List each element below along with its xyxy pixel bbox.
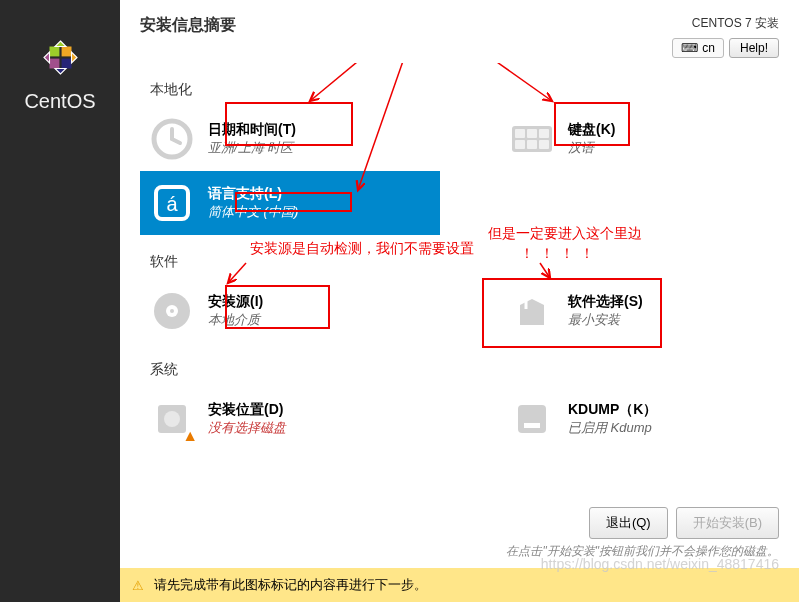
warning-icon: ▲ [182,427,198,445]
spoke-subtitle: 已启用 Kdump [568,419,657,437]
svg-rect-3 [61,59,71,69]
quit-button[interactable]: 退出(Q) [589,507,668,539]
begin-install-button[interactable]: 开始安装(B) [676,507,779,539]
input-method-label: cn [702,41,715,55]
spoke-title: 键盘(K) [568,121,615,139]
spoke-destination[interactable]: ▲ 安装位置(D) 没有选择磁盘 [140,387,440,451]
content-area: 本地化 日期和时间(T) 亚洲/上海 时区 键盘(K) 汉语 [120,63,799,507]
disc-icon [148,287,196,335]
keyboard-icon [508,115,556,163]
section-software: 软件 [150,253,779,271]
spoke-title: 安装位置(D) [208,401,286,419]
spoke-keyboard[interactable]: 键盘(K) 汉语 [500,107,799,171]
spoke-datetime[interactable]: 日期和时间(T) 亚洲/上海 时区 [140,107,440,171]
main-area: 安装信息摘要 CENTOS 7 安装 ⌨ cn Help! 本地化 日期和时间(… [120,0,799,602]
spoke-subtitle: 简体中文 (中国) [208,203,298,221]
sidebar: CentOS [0,0,120,602]
spoke-title: 语言支持(L) [208,185,298,203]
warning-text: 请先完成带有此图标标记的内容再进行下一步。 [154,576,427,594]
spoke-title: KDUMP（K） [568,401,657,419]
clock-icon [148,115,196,163]
spoke-software[interactable]: 软件选择(S) 最小安装 [500,279,799,343]
language-icon: á [148,179,196,227]
product-label: CENTOS 7 安装 [692,15,779,32]
warning-icon: ⚠ [132,578,144,593]
svg-rect-0 [49,47,59,57]
spoke-subtitle: 最小安装 [568,311,643,329]
watermark: https://blog.csdn.net/weixin_48817416 [541,556,779,572]
svg-point-11 [164,411,180,427]
help-button[interactable]: Help! [729,38,779,58]
package-icon [508,287,556,335]
svg-text:á: á [166,193,178,215]
spoke-source[interactable]: 安装源(I) 本地介质 [140,279,440,343]
disk-icon: ▲ [148,395,196,443]
svg-rect-2 [49,59,59,69]
spoke-language[interactable]: á 语言支持(L) 简体中文 (中国) [140,171,440,235]
spoke-subtitle: 本地介质 [208,311,263,329]
keyboard-icon: ⌨ [681,41,698,55]
svg-point-9 [170,309,174,313]
footer-buttons: 退出(Q) 开始安装(B) [120,507,799,543]
section-localization: 本地化 [150,81,779,99]
svg-rect-13 [524,423,540,428]
warning-bar[interactable]: ⚠ 请先完成带有此图标标记的内容再进行下一步。 [120,568,799,602]
header: 安装信息摘要 CENTOS 7 安装 ⌨ cn Help! [120,0,799,63]
spoke-title: 日期和时间(T) [208,121,296,139]
input-method-indicator[interactable]: ⌨ cn [672,38,724,58]
svg-rect-12 [518,405,546,433]
section-system: 系统 [150,361,779,379]
kdump-icon [508,395,556,443]
spoke-title: 安装源(I) [208,293,263,311]
page-title: 安装信息摘要 [140,15,236,58]
spoke-kdump[interactable]: KDUMP（K） 已启用 Kdump [500,387,799,451]
spoke-title: 软件选择(S) [568,293,643,311]
centos-logo [33,30,88,85]
spoke-subtitle: 亚洲/上海 时区 [208,139,296,157]
svg-rect-1 [61,47,71,57]
spoke-subtitle: 汉语 [568,139,615,157]
spoke-subtitle: 没有选择磁盘 [208,419,286,437]
brand-text: CentOS [24,90,95,113]
